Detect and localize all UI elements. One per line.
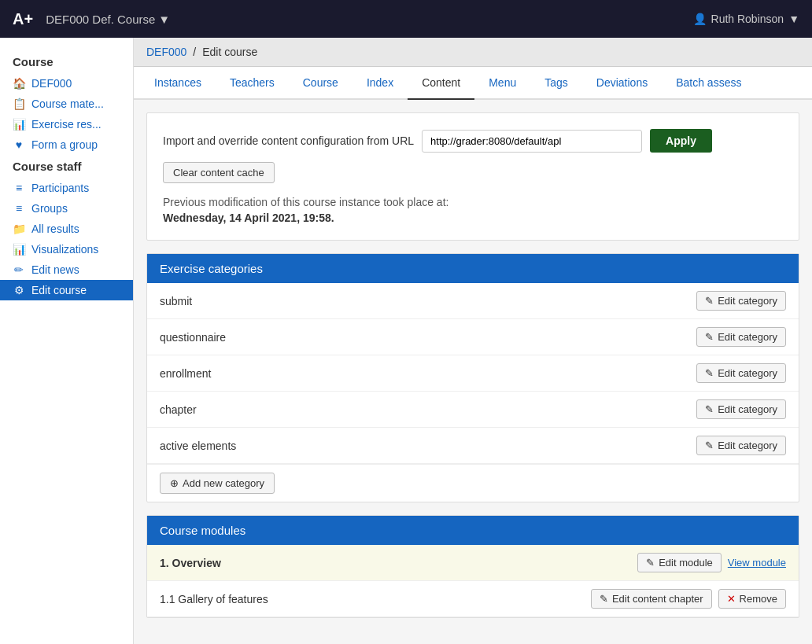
table-row: chapter ✎ Edit category: [147, 392, 799, 428]
breadcrumb-current: Edit course: [202, 46, 257, 58]
module-name: 1.1 Gallery of features: [160, 593, 268, 605]
sidebar-item-form-group[interactable]: ♥ Form a group: [0, 134, 133, 155]
book-icon: 📋: [13, 98, 25, 110]
category-name: questionnaire: [160, 331, 226, 344]
sidebar-item-all-results[interactable]: 📁 All results: [0, 219, 133, 239]
edit-category-button-0[interactable]: ✎ Edit category: [696, 291, 786, 311]
sidebar-item-label: Edit news: [31, 263, 79, 276]
course-section-title: Course: [0, 50, 133, 73]
user-menu[interactable]: 👤 Ruth Robinson ▼: [693, 13, 799, 25]
modification-date: Wednesday, 14 April 2021, 19:58.: [163, 212, 783, 224]
sidebar-item-edit-course[interactable]: ⚙ Edit course: [0, 280, 133, 300]
sidebar-item-label: Course mate...: [31, 98, 104, 110]
chart-icon: 📊: [13, 118, 25, 131]
pencil-icon: ✏: [13, 263, 25, 276]
sidebar-item-visualizations[interactable]: 📊 Visualizations: [0, 239, 133, 259]
tab-deviations[interactable]: Deviations: [582, 67, 662, 100]
clear-cache-label: Clear content cache: [173, 167, 264, 178]
course-dropdown-arrow: ▼: [158, 13, 170, 26]
breadcrumb-separator: /: [193, 46, 196, 58]
sidebar-item-label: Participants: [31, 182, 89, 194]
category-name: enrollment: [160, 367, 211, 380]
module-actions: ✎ Edit module View module: [637, 553, 786, 572]
edit-icon: ✎: [600, 593, 608, 605]
brand-logo: A+: [13, 10, 33, 28]
import-label: Import and override content configuratio…: [163, 134, 414, 147]
sidebar-item-label: DEF000: [31, 77, 72, 90]
user-name: Ruth Robinson: [711, 13, 784, 25]
add-new-category-button[interactable]: ⊕ Add new category: [160, 473, 275, 494]
apply-button[interactable]: Apply: [650, 129, 712, 153]
table-row: submit ✎ Edit category: [147, 283, 799, 319]
user-dropdown-arrow: ▼: [788, 13, 799, 25]
tab-teachers[interactable]: Teachers: [216, 67, 289, 100]
sidebar-item-course-materials[interactable]: 📋 Course mate...: [0, 94, 133, 114]
sidebar-item-label: Form a group: [31, 138, 98, 151]
sidebar-item-edit-news[interactable]: ✏ Edit news: [0, 259, 133, 280]
edit-content-chapter-button[interactable]: ✎ Edit content chapter: [591, 589, 712, 609]
edit-module-button[interactable]: ✎ Edit module: [637, 553, 722, 572]
plus-circle-icon: ⊕: [170, 477, 179, 489]
edit-icon: ✎: [646, 557, 655, 569]
add-category-row: ⊕ Add new category: [147, 464, 799, 502]
sidebar: Course 🏠 DEF000 📋 Course mate... 📊 Exerc…: [0, 38, 134, 644]
tab-tags[interactable]: Tags: [530, 67, 582, 100]
sidebar-item-label: Groups: [31, 202, 68, 215]
edit-category-button-4[interactable]: ✎ Edit category: [696, 436, 786, 455]
staff-section-title: Course staff: [0, 155, 133, 178]
table-row: questionnaire ✎ Edit category: [147, 319, 799, 355]
sidebar-item-label: Visualizations: [31, 243, 98, 256]
tab-index[interactable]: Index: [352, 67, 408, 100]
table-row: 1. Overview ✎ Edit module View module: [147, 545, 799, 581]
module-name: 1. Overview: [160, 557, 221, 569]
x-icon: ✕: [727, 593, 736, 605]
edit-category-button-2[interactable]: ✎ Edit category: [696, 363, 786, 383]
tab-menu[interactable]: Menu: [474, 67, 530, 100]
category-name: active elements: [160, 440, 236, 452]
table-row: active elements ✎ Edit category: [147, 428, 799, 464]
home-icon: 🏠: [13, 77, 25, 90]
edit-icon: ✎: [705, 440, 714, 451]
course-modules-card: Course modules 1. Overview ✎ Edit module…: [146, 515, 799, 618]
course-name: DEF000 Def. Course: [46, 13, 155, 26]
main-content: DEF000 / Edit course Instances Teachers …: [134, 38, 812, 644]
edit-icon: ✎: [705, 367, 714, 379]
heart-icon: ♥: [13, 138, 25, 151]
tab-batch-assess[interactable]: Batch assess: [662, 67, 755, 100]
modification-text: Previous modification of this course ins…: [163, 196, 783, 208]
module-actions: ✎ Edit content chapter ✕ Remove: [591, 589, 786, 609]
sidebar-item-label: All results: [31, 223, 79, 235]
sidebar-item-participants[interactable]: ≡ Participants: [0, 178, 133, 198]
user-icon: 👤: [693, 13, 707, 25]
list-icon: ≡: [13, 182, 25, 194]
tab-content[interactable]: Content: [408, 67, 474, 100]
category-name: submit: [160, 295, 192, 307]
import-url-input[interactable]: [422, 130, 642, 153]
sidebar-item-exercise-results[interactable]: 📊 Exercise res...: [0, 114, 133, 134]
remove-button[interactable]: ✕ Remove: [718, 589, 786, 609]
exercise-categories-header: Exercise categories: [147, 254, 799, 283]
edit-icon: ✎: [705, 403, 714, 415]
sidebar-item-def000[interactable]: 🏠 DEF000: [0, 73, 133, 94]
breadcrumb-course-link[interactable]: DEF000: [146, 46, 186, 58]
view-module-button[interactable]: View module: [728, 557, 786, 569]
tab-course[interactable]: Course: [289, 67, 352, 100]
table-row: enrollment ✎ Edit category: [147, 355, 799, 392]
edit-icon: ✎: [705, 295, 714, 307]
tab-bar: Instances Teachers Course Index Content …: [134, 67, 812, 100]
gear-icon: ⚙: [13, 284, 25, 296]
category-name: chapter: [160, 403, 197, 416]
folder-icon: 📁: [13, 223, 25, 235]
list-icon: ≡: [13, 202, 25, 215]
sidebar-item-groups[interactable]: ≡ Groups: [0, 198, 133, 219]
tab-instances[interactable]: Instances: [140, 67, 216, 100]
clear-cache-button[interactable]: Clear content cache: [163, 162, 275, 183]
navbar: A+ DEF000 Def. Course ▼ 👤 Ruth Robinson …: [0, 0, 812, 38]
edit-icon: ✎: [705, 331, 714, 343]
edit-category-button-1[interactable]: ✎ Edit category: [696, 327, 786, 347]
sidebar-item-label: Edit course: [31, 284, 87, 296]
course-modules-header: Course modules: [147, 516, 799, 545]
course-selector[interactable]: DEF000 Def. Course ▼: [46, 13, 170, 26]
exercise-categories-card: Exercise categories submit ✎ Edit catego…: [146, 253, 799, 502]
edit-category-button-3[interactable]: ✎ Edit category: [696, 399, 786, 419]
